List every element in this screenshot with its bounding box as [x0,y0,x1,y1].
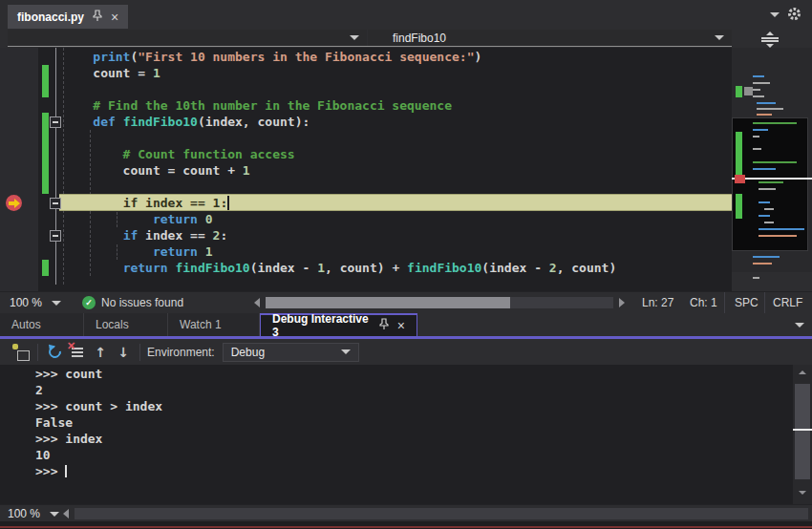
hscrollbar-thumb[interactable] [266,297,510,308]
tab-label: Watch 1 [180,318,222,331]
hscroll-left-icon[interactable] [63,509,69,518]
breakpoint-margin[interactable] [0,48,38,291]
tab-autos[interactable]: Autos [0,313,84,336]
pin-icon[interactable] [93,10,102,25]
console-line: >>> index [35,431,793,447]
minimap-breakpoint-mark [735,175,745,183]
outlining-line [55,48,56,285]
minimap-change-mark [736,132,742,176]
minimap-code-mark [753,168,776,170]
editor-zoom-value[interactable]: 100 % [10,296,42,309]
change-tracking-bar [42,65,49,97]
code-line: return findFibo10(index - 1, count) + fi… [63,260,732,276]
zoom-chevron-down-icon[interactable] [50,512,59,517]
console-vscrollbar[interactable] [793,365,812,504]
window-chevron-down-icon[interactable] [770,12,780,17]
text-cursor [65,465,67,477]
minimap-viewport[interactable] [732,117,808,251]
console-status-bar: 100 % [0,504,812,521]
environment-dropdown[interactable]: Debug [223,343,359,362]
code-line: # Count function access [63,146,732,162]
fold-collapse-box[interactable] [50,116,61,128]
zoom-chevron-down-icon[interactable] [52,301,61,306]
minimap-code-mark [757,108,783,110]
interactive-console[interactable]: >>> count2>>> count > indexFalse>>> inde… [0,365,793,504]
console-input-line[interactable]: >>> [35,463,793,479]
code-line: count = 1 [63,65,732,81]
minimap-code-mark [753,256,780,258]
clear-screen-icon[interactable]: ✕ [68,343,87,362]
divider [139,344,140,361]
tab-label: Locals [96,318,129,331]
hscrollbar-thumb[interactable] [75,508,808,519]
tab-strip-chevron-down-icon[interactable] [795,323,804,328]
close-icon[interactable]: × [111,11,118,23]
history-next-icon[interactable]: ↓ [114,343,133,362]
member-dropdown[interactable]: findFibo10 [368,30,732,46]
minimap-change-mark [736,194,742,219]
minimap-code-mark [753,89,760,91]
vscrollbar-thumb[interactable] [795,384,810,479]
scroll-up-icon[interactable] [799,370,806,374]
history-previous-icon[interactable]: ↑ [91,343,110,362]
hscroll-right-icon[interactable] [619,298,625,307]
minimap-code-mark [753,263,772,264]
vs-debug-window: { "colors": { "accent_purple": "#655cc8"… [0,0,812,529]
scope-dropdown[interactable] [8,30,367,46]
minimap-code-mark [759,228,804,230]
fold-collapse-box[interactable] [50,230,61,242]
minimap-code-mark [764,222,774,223]
code-line [63,81,732,97]
divider [724,292,725,314]
debug-statusbar-edge [0,526,812,528]
divider [37,344,38,361]
tab-debug-interactive-3[interactable]: Debug Interactive 3× [260,313,417,336]
minimap-code-mark [753,161,797,163]
code-line: if index == 2: [63,227,732,243]
fold-collapse-box[interactable] [50,198,61,209]
change-tracking-bar [42,113,49,194]
spaces-indicator[interactable]: SPC [735,296,759,309]
editor-split-handle-icon[interactable] [759,32,780,47]
console-zoom-value[interactable]: 100 % [8,507,40,520]
minimap-column[interactable] [732,29,812,291]
pin-icon[interactable] [379,318,389,333]
hscroll-left-icon[interactable] [254,298,260,307]
console-line: 10 [35,447,793,463]
code-editor[interactable]: print("First 10 numbers in the Fibonacci… [0,48,732,291]
document-tab-fibonacci[interactable]: fibonacci.py × [8,5,128,29]
gear-icon[interactable] [787,7,801,24]
minimap[interactable] [732,48,812,272]
breakpoint-current-statement-icon[interactable] [6,195,22,211]
new-interactive-window-icon[interactable] [11,343,31,362]
line-ending-indicator[interactable]: CRLF [773,296,802,309]
code-area[interactable]: print("First 10 numbers in the Fibonacci… [63,49,732,276]
tab-locals[interactable]: Locals [84,313,168,336]
console-line: 2 [35,382,793,398]
minimap-code-mark [753,277,759,279]
minimap-thumb-mark [744,87,753,95]
editor-top-border [8,46,732,47]
minimap-code-mark [764,208,774,210]
scroll-down-icon[interactable] [799,491,806,495]
environment-value: Debug [231,346,265,359]
editor-status-bar: 100 % ✓ No issues found Ln: 27 Ch: 1 SPC… [0,291,812,313]
issues-status-text: No issues found [101,296,183,309]
tab-label: Debug Interactive 3 [272,312,371,339]
minimap-code-mark [757,114,772,116]
close-icon[interactable]: × [397,320,405,331]
navigation-bar: findFibo10 [0,29,812,48]
interactive-toolbar: ✕ ↑ ↓ Environment: Debug [0,339,812,365]
code-line: def findFibo10(index, count): [63,114,732,130]
minimap-code-mark [759,215,770,217]
tab-watch-1[interactable]: Watch 1 [168,313,260,336]
minimap-code-mark [753,129,768,131]
chevron-down-icon [341,349,351,354]
minimap-code-mark [753,122,797,124]
minimap-code-mark [753,136,759,138]
code-line: return 0 [63,211,732,227]
reset-icon[interactable] [45,343,64,362]
hscrollbar-track[interactable] [266,297,613,308]
minimap-code-mark [759,201,770,203]
minimap-code-mark [757,102,776,104]
